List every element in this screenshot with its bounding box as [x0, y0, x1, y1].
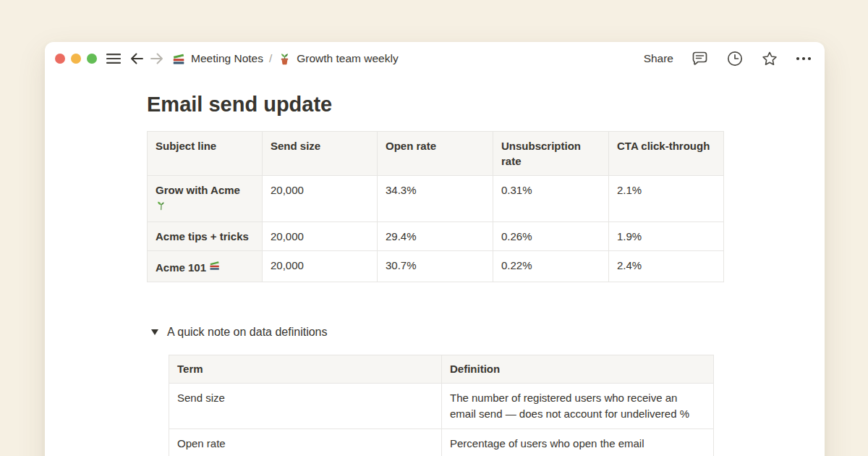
table-cell[interactable]: 0.22%: [493, 251, 609, 282]
potted-plant-emoji: [278, 52, 292, 66]
column-header[interactable]: CTA click-through: [609, 132, 724, 176]
table-cell[interactable]: The number of registered users who recei…: [442, 384, 714, 429]
column-header[interactable]: Send size: [263, 132, 378, 176]
toggle-data-definitions[interactable]: A quick note on data definitions: [151, 323, 328, 342]
cell-text: Acme tips + tricks: [156, 230, 249, 242]
table-cell[interactable]: 20,000: [263, 222, 378, 251]
table-row: Send sizeThe number of registered users …: [169, 384, 714, 429]
table-cell[interactable]: Send size: [169, 384, 442, 429]
books-emoji: [172, 52, 186, 66]
topbar-actions: Share: [644, 50, 812, 67]
table-cell[interactable]: Acme tips + tricks: [148, 222, 263, 251]
table-row: Grow with Acme20,00034.3%0.31%2.1%: [148, 176, 724, 222]
table-row: Acme 101 20,00030.7%0.22%2.4%: [148, 251, 724, 282]
star-icon[interactable]: [761, 50, 778, 67]
metrics-table: Subject lineSend sizeOpen rateUnsubscrip…: [147, 131, 724, 282]
clock-icon[interactable]: [726, 50, 744, 67]
breadcrumb-label: Growth team weekly: [297, 52, 398, 65]
column-header[interactable]: Definition: [442, 355, 714, 384]
table-cell[interactable]: 30.7%: [378, 251, 493, 282]
books-emoji: [209, 260, 221, 271]
column-header[interactable]: Open rate: [378, 132, 493, 176]
seedling-emoji: [156, 200, 167, 211]
column-header[interactable]: Term: [169, 355, 442, 384]
toggle-triangle-icon: [151, 329, 158, 335]
page-title[interactable]: Email send update: [147, 91, 332, 117]
window-zoom-button[interactable]: [87, 54, 97, 64]
window-controls: [55, 54, 97, 64]
breadcrumb-label: Meeting Notes: [191, 52, 263, 65]
table-cell[interactable]: 29.4%: [378, 222, 493, 251]
table-cell[interactable]: 1.9%: [609, 222, 724, 251]
table-cell[interactable]: 0.31%: [493, 176, 609, 222]
table-cell[interactable]: Grow with Acme: [148, 176, 263, 222]
table-cell[interactable]: 2.1%: [609, 176, 724, 222]
header-row: Subject lineSend sizeOpen rateUnsubscrip…: [148, 132, 724, 176]
window-topbar: Meeting Notes / Growth team weekly Share: [45, 42, 825, 75]
table-cell[interactable]: Percentage of users who open the email: [442, 429, 714, 456]
share-button[interactable]: Share: [644, 52, 673, 65]
column-header[interactable]: Unsubscription rate: [493, 132, 609, 176]
back-arrow-icon[interactable]: [129, 52, 144, 65]
breadcrumb-item-meeting-notes[interactable]: Meeting Notes: [172, 52, 263, 66]
breadcrumb: Meeting Notes / Growth team weekly: [172, 52, 399, 66]
cell-text: Acme 101: [156, 261, 206, 274]
table-cell[interactable]: 2.4%: [609, 251, 724, 282]
more-icon[interactable]: [796, 56, 812, 61]
definitions-table: TermDefinitionSend sizeThe number of reg…: [169, 355, 714, 456]
hamburger-icon[interactable]: [106, 53, 121, 64]
app-window: Meeting Notes / Growth team weekly Share…: [45, 42, 825, 456]
table-cell[interactable]: Acme 101: [148, 251, 263, 282]
table-row: Open ratePercentage of users who open th…: [169, 429, 714, 456]
forward-arrow-icon[interactable]: [150, 52, 164, 65]
comment-icon[interactable]: [691, 50, 709, 67]
window-minimize-button[interactable]: [71, 54, 81, 64]
breadcrumb-item-growth-team-weekly[interactable]: Growth team weekly: [278, 52, 398, 66]
table-cell[interactable]: 0.26%: [493, 222, 609, 251]
cell-text: Grow with Acme: [156, 184, 240, 196]
toggle-label: A quick note on data definitions: [167, 326, 328, 339]
table-cell[interactable]: Open rate: [169, 429, 442, 456]
window-close-button[interactable]: [55, 54, 65, 64]
table-cell[interactable]: 20,000: [263, 251, 378, 282]
column-header[interactable]: Subject line: [148, 132, 263, 176]
header-row: TermDefinition: [169, 355, 714, 384]
table-cell[interactable]: 34.3%: [378, 176, 493, 222]
table-row: Acme tips + tricks20,00029.4%0.26%1.9%: [148, 222, 724, 251]
table-cell[interactable]: 20,000: [263, 176, 378, 222]
breadcrumb-separator: /: [269, 52, 272, 65]
